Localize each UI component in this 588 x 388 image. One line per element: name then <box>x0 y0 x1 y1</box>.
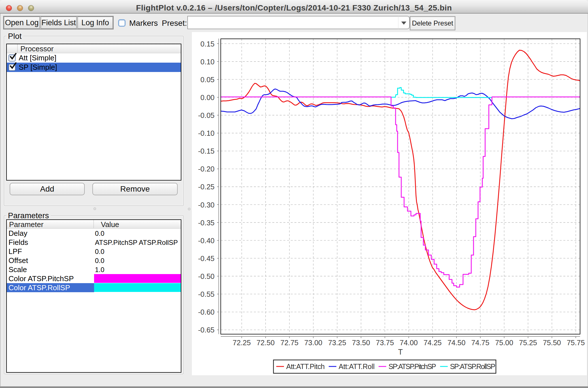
svg-text:72.50: 72.50 <box>256 339 275 347</box>
svg-text:-0.30: -0.30 <box>198 201 215 209</box>
svg-text:-0.55: -0.55 <box>198 290 215 298</box>
svg-text:-0.50: -0.50 <box>198 272 215 280</box>
svg-text:SP:ATSP.RollSP: SP:ATSP.RollSP <box>450 362 495 370</box>
svg-text:-0.45: -0.45 <box>198 255 215 262</box>
svg-text:74.00: 74.00 <box>400 339 418 347</box>
svg-text:-0.35: -0.35 <box>198 219 215 227</box>
svg-text:-0.05: -0.05 <box>198 111 215 119</box>
svg-text:75.00: 75.00 <box>495 339 513 347</box>
svg-text:-0.15: -0.15 <box>198 147 215 155</box>
svg-text:72.75: 72.75 <box>280 339 298 347</box>
svg-text:0.00: 0.00 <box>200 94 215 101</box>
svg-text:75.50: 75.50 <box>543 339 561 347</box>
svg-text:72.25: 72.25 <box>233 339 251 347</box>
svg-text:0.15: 0.15 <box>200 40 215 48</box>
svg-text:SP:ATSP.PitchSP: SP:ATSP.PitchSP <box>389 362 436 370</box>
svg-text:73.25: 73.25 <box>328 339 346 347</box>
svg-text:0.05: 0.05 <box>200 76 215 84</box>
svg-text:74.25: 74.25 <box>424 339 442 347</box>
svg-text:T: T <box>398 348 403 356</box>
svg-text:-0.65: -0.65 <box>198 326 215 334</box>
svg-text:75.25: 75.25 <box>519 339 537 347</box>
svg-text:73.75: 73.75 <box>376 339 394 347</box>
svg-text:75.75: 75.75 <box>567 339 585 347</box>
svg-text:73.00: 73.00 <box>304 339 322 347</box>
svg-text:Att:ATT.Pitch: Att:ATT.Pitch <box>286 362 325 370</box>
svg-text:-0.40: -0.40 <box>198 237 215 245</box>
svg-text:74.75: 74.75 <box>471 339 489 347</box>
svg-text:-0.60: -0.60 <box>198 308 215 316</box>
svg-text:-0.25: -0.25 <box>198 183 215 191</box>
svg-text:-0.20: -0.20 <box>198 165 215 173</box>
svg-text:Att:ATT.Roll: Att:ATT.Roll <box>339 362 375 370</box>
svg-text:0.10: 0.10 <box>200 58 215 66</box>
svg-text:73.50: 73.50 <box>352 339 370 347</box>
svg-text:74.50: 74.50 <box>447 339 466 347</box>
svg-text:-0.10: -0.10 <box>198 129 215 137</box>
